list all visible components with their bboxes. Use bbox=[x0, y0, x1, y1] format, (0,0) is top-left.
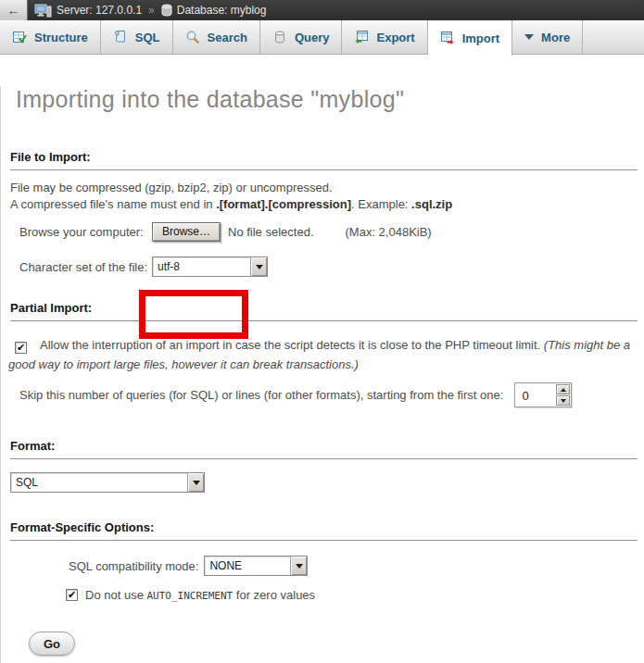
max-size-text: (Max: 2,048KiB) bbox=[346, 225, 432, 239]
allow-interruption-label: Allow the interruption of an import in c… bbox=[40, 338, 544, 352]
caret-down-icon bbox=[296, 564, 303, 569]
tab-search[interactable]: Search bbox=[173, 20, 260, 54]
dropdown-arrow-button[interactable] bbox=[187, 473, 204, 492]
tab-label: Import bbox=[462, 31, 499, 45]
export-icon bbox=[354, 30, 369, 44]
spinner-buttons bbox=[555, 383, 571, 407]
skip-queries-label: Skip this number of queries (for SQL) or… bbox=[19, 388, 503, 402]
database-icon bbox=[161, 4, 172, 17]
back-button[interactable]: ← bbox=[0, 0, 28, 20]
browse-button[interactable]: Browse… bbox=[152, 222, 221, 242]
charset-value: utf-8 bbox=[153, 257, 250, 276]
browse-label: Browse your computer: bbox=[19, 225, 152, 239]
charset-row: Character set of the file: utf-8 bbox=[19, 256, 644, 277]
tab-label: Structure bbox=[34, 31, 88, 44]
auto-increment-checkbox[interactable]: ✔ bbox=[66, 589, 78, 601]
breadcrumb-server[interactable]: Server: 127.0.0.1 bbox=[57, 4, 142, 17]
import-icon bbox=[440, 31, 455, 45]
skip-queries-value[interactable]: 0 bbox=[515, 383, 555, 407]
charset-label: Character set of the file: bbox=[19, 260, 152, 274]
skip-queries-row: Skip this number of queries (for SQL) or… bbox=[19, 382, 644, 407]
browse-row: Browse your computer: Browse… No file se… bbox=[19, 221, 644, 242]
server-icon bbox=[34, 4, 52, 18]
tab-export[interactable]: Export bbox=[342, 20, 427, 54]
page-title: Importing into the database "myblog" bbox=[16, 86, 644, 113]
chevron-down-icon bbox=[524, 34, 534, 40]
tab-label: Search bbox=[208, 31, 247, 44]
back-arrow-icon: ← bbox=[7, 3, 20, 18]
example-extension: .sql.zip bbox=[411, 197, 452, 211]
tab-import[interactable]: Import bbox=[428, 20, 512, 56]
auto-increment-row: ✔ Do not use AUTO_INCREMENT for zero val… bbox=[66, 588, 644, 602]
allow-interruption-row: ✔Allow the interruption of an import in … bbox=[8, 335, 635, 374]
breadcrumb: Server: 127.0.0.1 » Database: myblog bbox=[34, 4, 266, 18]
tab-structure[interactable]: Structure bbox=[0, 20, 101, 54]
tab-sql[interactable]: SQL bbox=[101, 20, 173, 54]
tab-label: Export bbox=[376, 31, 414, 44]
caret-down-icon bbox=[561, 399, 566, 403]
section-heading-format-specific-options: Format-Specific Options: bbox=[10, 520, 638, 541]
naming-line: A compressed file's name must end in .[f… bbox=[10, 196, 635, 213]
format-compression-pattern: .[format].[compression] bbox=[216, 197, 351, 211]
sql-compatibility-row: SQL compatibility mode: NONE bbox=[69, 556, 644, 576]
structure-icon bbox=[12, 30, 27, 44]
caret-down-icon bbox=[256, 265, 263, 269]
format-value: SQL bbox=[11, 473, 187, 492]
import-page: Importing into the database "myblog" Fil… bbox=[0, 86, 644, 663]
auto-increment-keyword: AUTO_INCREMENT bbox=[147, 590, 234, 602]
file-import-description: File may be compressed (gzip, bzip2, zip… bbox=[10, 180, 635, 213]
dropdown-arrow-button[interactable] bbox=[250, 257, 267, 276]
sql-icon bbox=[113, 30, 128, 44]
caret-down-icon bbox=[193, 481, 200, 485]
tab-label: Query bbox=[295, 31, 330, 44]
format-select[interactable]: SQL bbox=[10, 472, 205, 493]
spinner-down-button[interactable] bbox=[556, 395, 570, 406]
tab-bar: Structure SQL Search Query bbox=[0, 20, 644, 55]
auto-increment-label: Do not use AUTO_INCREMENT for zero value… bbox=[85, 588, 315, 602]
tab-label: More bbox=[541, 31, 570, 44]
caret-up-icon bbox=[561, 388, 566, 392]
no-file-selected-text: No file selected. bbox=[228, 225, 314, 239]
spinner-up-button[interactable] bbox=[556, 384, 570, 394]
sql-compatibility-select[interactable]: NONE bbox=[204, 556, 308, 576]
skip-queries-input[interactable]: 0 bbox=[514, 382, 572, 407]
section-heading-format: Format: bbox=[10, 439, 638, 459]
format-row: SQL bbox=[10, 472, 644, 493]
allow-interruption-checkbox[interactable]: ✔ bbox=[15, 342, 27, 354]
dropdown-arrow-button[interactable] bbox=[290, 557, 307, 575]
sql-compatibility-label: SQL compatibility mode: bbox=[69, 559, 198, 573]
breadcrumb-separator: » bbox=[148, 4, 155, 17]
compression-line: File may be compressed (gzip, bzip2, zip… bbox=[10, 180, 635, 196]
breadcrumb-database[interactable]: Database: myblog bbox=[177, 4, 267, 17]
breadcrumb-bar: ← Server: 127.0.0.1 » Database: myblog bbox=[0, 0, 644, 20]
tab-query[interactable]: Query bbox=[260, 20, 343, 54]
charset-select[interactable]: utf-8 bbox=[152, 256, 268, 277]
go-button[interactable]: Go bbox=[29, 632, 75, 656]
tab-more[interactable]: More bbox=[512, 20, 583, 54]
tab-label: SQL bbox=[135, 31, 160, 44]
section-heading-partial-import: Partial Import: bbox=[10, 301, 638, 321]
search-icon bbox=[185, 30, 200, 44]
sql-compatibility-value: NONE bbox=[205, 557, 290, 575]
section-heading-file-to-import: File to Import: bbox=[10, 150, 638, 170]
query-database-icon bbox=[272, 30, 287, 44]
